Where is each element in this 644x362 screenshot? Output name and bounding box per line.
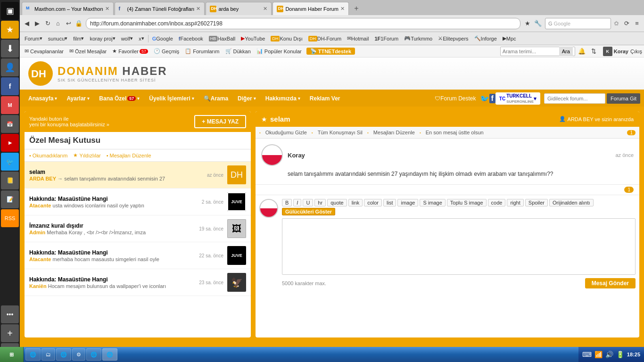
bm-cevaplananlar[interactable]: ✉ Cevaplananlar — [22, 48, 66, 55]
bold-button[interactable]: B — [282, 199, 292, 206]
sidebar-icon-youtube[interactable]: ▶ — [1, 134, 19, 152]
message-item-4[interactable]: Hakkında: Masaüstüne Hangi Atacante merh… — [25, 242, 251, 269]
toolbar-elitepvpers[interactable]: ⚔ Elitepvpers — [435, 34, 471, 42]
turkcell-button[interactable]: TC TURKCELLSUPERONLINE ▾ — [495, 92, 540, 105]
new-message-button[interactable]: + MESAJ YAZ — [194, 115, 246, 128]
star-button[interactable]: ✩ — [611, 18, 621, 29]
toolbar-dh-forum[interactable]: DH DH-Forum — [305, 35, 344, 42]
security-button[interactable]: 🔒 — [74, 18, 84, 29]
send-message-button[interactable]: Mesaj Gönder — [585, 278, 636, 288]
sidebar-icon-more[interactable]: ••• — [1, 305, 19, 323]
toolbar-forum[interactable]: Forum ▾ — [22, 34, 45, 42]
toolbar-1forum[interactable]: 1F 1Forum — [372, 35, 401, 42]
sidebar-icon-twitter[interactable]: 🐦 — [1, 153, 19, 171]
nav-arama[interactable]: 🔍 Arama — [199, 90, 233, 107]
tab-1[interactable]: M Maxthon.com – Your Maxthon ✕ — [22, 2, 114, 15]
sidebar-icon-notebook[interactable]: 📒 — [1, 172, 19, 189]
toolbar-haxball[interactable]: HB HaxBall — [206, 35, 238, 42]
mesajlari-duzenle-button[interactable]: Mesajları Düzenle — [372, 129, 417, 136]
tab-close-1[interactable]: ✕ — [105, 6, 109, 12]
tab-3[interactable]: DH arda bey ✕ — [206, 2, 272, 15]
refresh-button[interactable]: ↻ — [42, 18, 53, 29]
goto-forum-input[interactable] — [544, 93, 605, 104]
menu-button[interactable]: ≡ — [632, 18, 642, 29]
url-input[interactable]: http://forum.donanimhaber.com/inbox.asp#… — [86, 18, 520, 29]
tum-konusmayi-sil-button[interactable]: Tüm Konuşmayı Sil — [316, 129, 364, 136]
toolbar-wolf[interactable]: wolf ▾ — [118, 34, 136, 42]
toolbar-konu-disi[interactable]: DH Konu Dışı — [268, 35, 305, 42]
inbox-tab-duzenle[interactable]: • Mesajları Düzenle — [107, 153, 151, 158]
quote-button[interactable]: quote — [327, 199, 347, 206]
tab-close-3[interactable]: ✕ — [263, 6, 267, 12]
tab-2[interactable]: f (4) Zaman Tüneli Fotoğrafları ✕ — [115, 2, 205, 15]
nav-diger[interactable]: Diğer ▾ — [233, 90, 261, 107]
orijinalden-alinti-button[interactable]: Orijinalden alıntı — [549, 199, 594, 206]
sidebar-icon-facebook[interactable]: f — [1, 77, 19, 95]
en-son-mesaj-button[interactable]: En son mesaj üstte olsun — [424, 129, 486, 136]
toolbar-youtube[interactable]: ▶ YouTube — [238, 34, 268, 42]
sidebar-icon-download[interactable]: ⬇ — [1, 40, 19, 58]
underline-button[interactable]: U — [303, 199, 313, 206]
nav-hakkimizda[interactable]: Hakkımızda ▾ — [261, 90, 305, 107]
toolbar-film[interactable]: film ▾ — [70, 34, 87, 42]
toolbar-mpc[interactable]: ▶ Mpc — [500, 34, 519, 42]
tab-close-2[interactable]: ✕ — [196, 6, 200, 12]
sidebar-icon-calendar[interactable]: 📅 — [1, 115, 19, 133]
message-item-3[interactable]: İmzanız kural dışıdır Admin Merhaba Kora… — [25, 215, 251, 242]
s-image-button[interactable]: S image — [420, 199, 445, 206]
toplu-s-image-button[interactable]: Toplu S image — [447, 199, 487, 206]
link-button[interactable]: link — [348, 199, 363, 206]
sidebar-icon-gmail[interactable]: M — [1, 96, 19, 114]
inbox-tab-yildizlilar[interactable]: ★ Yıldızlılar — [73, 152, 100, 158]
toolbar-hotmail[interactable]: ✉ Hotmail — [344, 34, 372, 42]
facebook-nav-icon[interactable]: f — [489, 94, 495, 103]
taskbar-item-5[interactable]: 🌐 — [86, 348, 101, 361]
forum-destek-button[interactable]: 🛡 Forum Destek — [435, 95, 476, 102]
new-tab-button[interactable]: + — [350, 2, 363, 15]
twitter-nav-icon[interactable]: 🐦 — [480, 94, 489, 103]
sidebar-icon-rss[interactable]: RSS — [1, 209, 19, 227]
home-button[interactable]: ⌂ — [53, 18, 63, 29]
bm-ttnet[interactable]: 📡 TTNETdestek — [306, 48, 355, 55]
sidebar-icon-0[interactable]: ▣ — [1, 2, 19, 20]
bm-arrows[interactable]: ⇅ — [588, 47, 599, 55]
toolbar-turkmmo[interactable]: 🎮 Turkmmo — [401, 34, 435, 42]
code-button[interactable]: code — [488, 199, 506, 206]
toolbar-facebook[interactable]: f Facebook — [176, 35, 206, 42]
sidebar-icon-note[interactable]: 📝 — [1, 190, 19, 208]
toolbar-koray[interactable]: koray proj ▾ — [87, 34, 118, 42]
bm-ozel-mesajlar[interactable]: ✉ Özel Mesajlar — [66, 48, 109, 55]
logout-button[interactable]: Çıkış — [630, 49, 642, 54]
toolbar-x[interactable]: x ▾ — [136, 34, 147, 42]
color-button[interactable]: color — [364, 199, 382, 206]
message-item-2[interactable]: Hakkında: Masaüstüne Hangi Atacante usta… — [25, 189, 251, 215]
back-button[interactable]: ◀ — [22, 18, 32, 29]
nav-anasayfa[interactable]: Anasayfa ▾ — [24, 90, 62, 107]
nav-reklam[interactable]: Reklam Ver — [305, 90, 345, 107]
image-button[interactable]: image — [397, 199, 418, 206]
history-button[interactable]: ↩ — [63, 18, 74, 29]
tab-4[interactable]: DH Donanım Haber Forum ✕ — [272, 2, 349, 15]
taskbar-item-4[interactable]: ⚙ — [72, 348, 85, 361]
extensions-button[interactable]: 🔧 — [533, 18, 543, 29]
bm-search-button[interactable]: Ara — [559, 47, 573, 56]
bm-forumlarim[interactable]: 📋 Forumlarım — [182, 48, 222, 55]
refresh2-button[interactable]: ⟳ — [621, 18, 632, 29]
toolbar-sunucu[interactable]: sunucu ▾ — [45, 34, 70, 42]
bm-favoriler[interactable]: ★ Favoriler 57 — [109, 48, 151, 55]
message-item-1[interactable]: selam ARDA BEY → selam tanışalımmı avata… — [25, 162, 251, 189]
start-button[interactable]: ⊞ — [0, 347, 24, 362]
nav-ayarlar[interactable]: Ayarlar ▾ — [62, 90, 94, 107]
italic-button[interactable]: I — [293, 199, 301, 206]
reply-textarea[interactable] — [282, 218, 636, 275]
toolbar-google[interactable]: G Google — [149, 35, 176, 42]
list-button[interactable]: list — [383, 199, 396, 206]
nav-bana-ozel[interactable]: Bana Özel 57 ▾ — [94, 90, 144, 107]
goto-forum-button[interactable]: Foruma Git — [607, 93, 640, 104]
right-button[interactable]: right — [507, 199, 523, 206]
toolbar-inforge[interactable]: 🔨 Inforge — [471, 34, 500, 42]
nav-uyelik[interactable]: Üyelik İşlemleri ▾ — [144, 90, 198, 107]
taskbar-item-1[interactable]: 🌐 — [25, 348, 41, 361]
spoiler-button[interactable]: Spoiler — [525, 199, 548, 206]
inbox-tab-okumadiklari[interactable]: • Okumadıklarım — [29, 153, 67, 158]
